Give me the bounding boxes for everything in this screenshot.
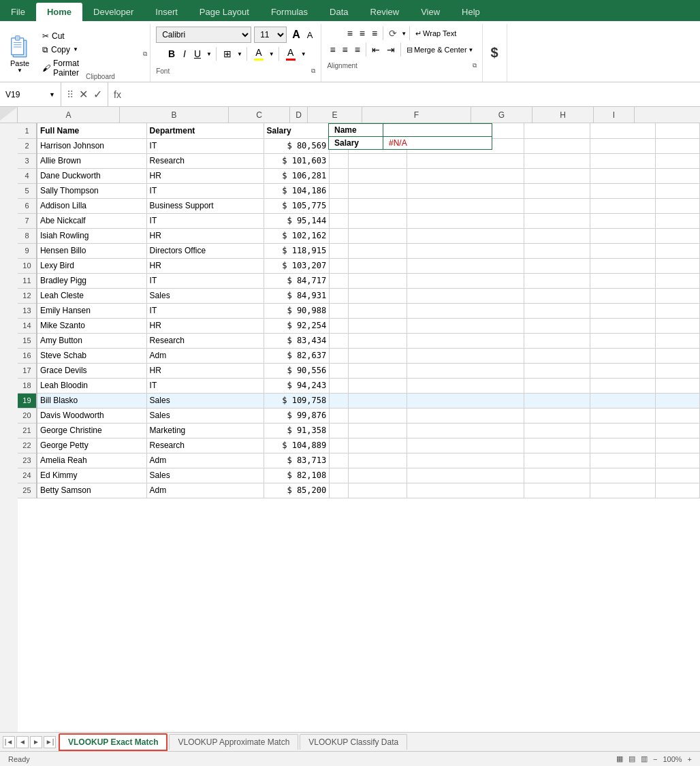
cell-23-A[interactable]: Amelia Reah bbox=[37, 453, 146, 468]
cell-13-D[interactable] bbox=[330, 303, 349, 318]
cell-5-D[interactable] bbox=[330, 183, 349, 198]
cell-14-C[interactable]: $ 92,254 bbox=[264, 318, 330, 333]
cell-10-I[interactable] bbox=[656, 258, 700, 273]
cell-22-D[interactable] bbox=[330, 438, 349, 453]
cell-17-G[interactable] bbox=[524, 363, 590, 378]
cell-9-E[interactable] bbox=[349, 243, 407, 258]
cell-18-I[interactable] bbox=[656, 378, 700, 393]
col-header-H[interactable]: H bbox=[532, 107, 594, 123]
wrap-text-button[interactable]: ↵ Wrap Text bbox=[413, 28, 459, 39]
cell-9-A[interactable]: Hensen Billo bbox=[37, 243, 146, 258]
cell-16-A[interactable]: Steve Schab bbox=[37, 348, 146, 363]
cell-23-D[interactable] bbox=[330, 453, 349, 468]
cell-24-B[interactable]: Sales bbox=[146, 468, 264, 483]
cell-11-A[interactable]: Bradley Pigg bbox=[37, 273, 146, 288]
cell-22-C[interactable]: $ 104,889 bbox=[264, 438, 330, 453]
cell-16-H[interactable] bbox=[590, 348, 656, 363]
cell-12-A[interactable]: Leah Cleste bbox=[37, 288, 146, 303]
col-header-A[interactable]: A bbox=[18, 107, 120, 123]
cell-6-G[interactable] bbox=[524, 198, 590, 213]
alignment-expand-icon[interactable]: ⧉ bbox=[473, 62, 477, 69]
cell-8-F[interactable] bbox=[407, 228, 524, 243]
cell-20-I[interactable] bbox=[656, 408, 700, 423]
cell-9-D[interactable] bbox=[330, 243, 349, 258]
borders-button[interactable]: ⊞ bbox=[221, 47, 234, 61]
cell-6-H[interactable] bbox=[590, 198, 656, 213]
cell-10-A[interactable]: Lexy Bird bbox=[37, 258, 146, 273]
bold-button[interactable]: B bbox=[165, 47, 178, 61]
cell-16-I[interactable] bbox=[656, 348, 700, 363]
underline-button[interactable]: U bbox=[191, 47, 204, 61]
cell-16-G[interactable] bbox=[524, 348, 590, 363]
cell-21-B[interactable]: Marketing bbox=[146, 423, 264, 438]
cell-4-D[interactable] bbox=[330, 168, 349, 183]
cell-22-H[interactable] bbox=[590, 438, 656, 453]
cell-23-E[interactable] bbox=[349, 453, 407, 468]
vlookup-name-input-cell[interactable] bbox=[383, 124, 492, 137]
cell-23-C[interactable]: $ 83,713 bbox=[264, 453, 330, 468]
cell-11-D[interactable] bbox=[330, 273, 349, 288]
underline-dropdown-arrow[interactable]: ▼ bbox=[206, 51, 212, 57]
col-header-G[interactable]: G bbox=[471, 107, 532, 123]
cell-4-G[interactable] bbox=[524, 168, 590, 183]
cell-15-G[interactable] bbox=[524, 333, 590, 348]
tab-file[interactable]: File bbox=[0, 3, 36, 21]
cell-10-C[interactable]: $ 103,207 bbox=[264, 258, 330, 273]
cell-10-D[interactable] bbox=[330, 258, 349, 273]
tab-home[interactable]: Home bbox=[36, 3, 82, 21]
cell-11-C[interactable]: $ 84,717 bbox=[264, 273, 330, 288]
sheet-tab-vlookup-approx[interactable]: VLOOKUP Approximate Match bbox=[169, 734, 298, 750]
cell-17-A[interactable]: Grace Devils bbox=[37, 363, 146, 378]
cell-22-E[interactable] bbox=[349, 438, 407, 453]
cell-10-E[interactable] bbox=[349, 258, 407, 273]
cell-7-E[interactable] bbox=[349, 213, 407, 228]
cell-16-B[interactable]: Adm bbox=[146, 348, 264, 363]
cell-20-G[interactable] bbox=[524, 408, 590, 423]
fill-color-dropdown-arrow[interactable]: ▼ bbox=[269, 51, 274, 57]
cell-24-E[interactable] bbox=[349, 468, 407, 483]
cell-ref-dropdown[interactable]: ▼ bbox=[49, 91, 55, 98]
col-header-F[interactable]: F bbox=[362, 107, 471, 123]
align-center-button[interactable]: ≡ bbox=[340, 43, 351, 57]
cell-11-H[interactable] bbox=[590, 273, 656, 288]
cell-8-D[interactable] bbox=[330, 228, 349, 243]
cell-7-D[interactable] bbox=[330, 213, 349, 228]
cell-25-H[interactable] bbox=[590, 483, 656, 498]
tab-page-layout[interactable]: Page Layout bbox=[189, 3, 260, 21]
cell-5-E[interactable] bbox=[349, 183, 407, 198]
font-size-selector[interactable]: 11 bbox=[254, 27, 287, 43]
paste-button[interactable]: Paste ▼ bbox=[3, 27, 37, 82]
cell-4-I[interactable] bbox=[656, 168, 700, 183]
cell-19-D[interactable] bbox=[330, 393, 349, 408]
cell-22-I[interactable] bbox=[656, 438, 700, 453]
cell-12-E[interactable] bbox=[349, 288, 407, 303]
cell-1-A[interactable]: Full Name bbox=[37, 123, 146, 138]
cell-1-G[interactable] bbox=[524, 123, 590, 138]
cell-22-A[interactable]: George Petty bbox=[37, 438, 146, 453]
cell-3-I[interactable] bbox=[656, 153, 700, 168]
cell-3-G[interactable] bbox=[524, 153, 590, 168]
cell-21-D[interactable] bbox=[330, 423, 349, 438]
cell-25-I[interactable] bbox=[656, 483, 700, 498]
cell-10-H[interactable] bbox=[590, 258, 656, 273]
cell-6-B[interactable]: Business Support bbox=[146, 198, 264, 213]
align-right-button[interactable]: ≡ bbox=[352, 43, 363, 57]
tab-help[interactable]: Help bbox=[451, 3, 491, 21]
cell-22-F[interactable] bbox=[407, 438, 524, 453]
cell-19-F[interactable] bbox=[407, 393, 524, 408]
cell-2-C[interactable]: $ 80,569 bbox=[264, 138, 330, 153]
cell-21-E[interactable] bbox=[349, 423, 407, 438]
cell-18-G[interactable] bbox=[524, 378, 590, 393]
cell-24-G[interactable] bbox=[524, 468, 590, 483]
tab-formulas[interactable]: Formulas bbox=[260, 3, 319, 21]
cell-1-H[interactable] bbox=[590, 123, 656, 138]
cell-8-G[interactable] bbox=[524, 228, 590, 243]
orient-dropdown[interactable]: ▼ bbox=[401, 31, 407, 37]
cell-1-B[interactable]: Department bbox=[146, 123, 264, 138]
cell-5-F[interactable] bbox=[407, 183, 524, 198]
cell-8-B[interactable]: HR bbox=[146, 228, 264, 243]
cell-6-E[interactable] bbox=[349, 198, 407, 213]
cell-12-G[interactable] bbox=[524, 288, 590, 303]
cell-10-G[interactable] bbox=[524, 258, 590, 273]
cell-14-G[interactable] bbox=[524, 318, 590, 333]
